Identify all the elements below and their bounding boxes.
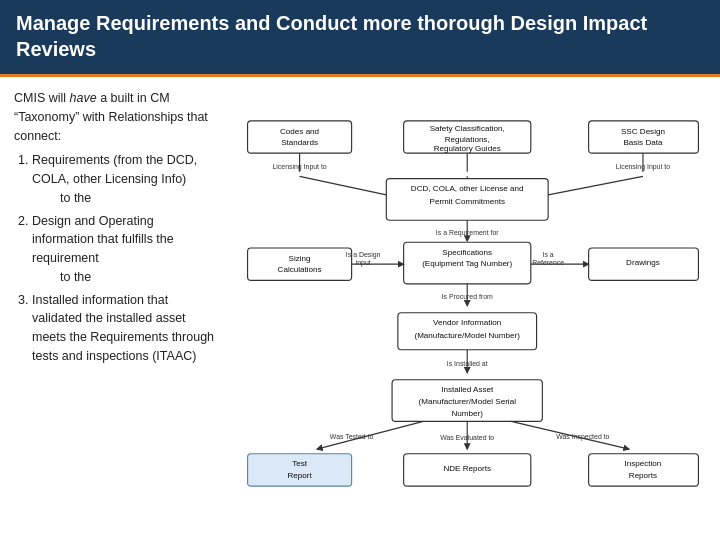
- label-asset2: (Manufacturer/Model Serial: [419, 397, 517, 406]
- label-design-input2: input: [356, 259, 371, 267]
- label-sizing2: Calculations: [278, 265, 322, 274]
- label-inspection2: Reports: [629, 471, 657, 480]
- label-reference: Is a: [543, 251, 554, 258]
- label-specs1: Specifications: [442, 248, 492, 257]
- left-panel: CMIS will have a built in CM “Taxonomy” …: [0, 77, 230, 540]
- page-title: Manage Requirements and Conduct more tho…: [16, 10, 704, 62]
- label-drawings: Drawings: [626, 258, 660, 267]
- list-item-3: Installed information that validated the…: [32, 291, 216, 366]
- label-reference2: Reference: [532, 259, 564, 266]
- label-asset3: Number): [452, 409, 484, 418]
- label-dcd2: Permit Commitments: [430, 197, 505, 206]
- page-header: Manage Requirements and Conduct more tho…: [0, 0, 720, 77]
- label-safety2: Regulations,: [445, 135, 490, 144]
- label-test2: Report: [287, 471, 312, 480]
- label-nde: NDE Reports: [443, 464, 491, 473]
- label-ssc1: SSC Design: [621, 127, 665, 136]
- arrow-ssc-dcd: [548, 176, 643, 194]
- requirements-list: Requirements (from the DCD, COLA, other …: [14, 151, 216, 365]
- label-design-input: Is a Design: [346, 251, 381, 259]
- label-vendor1: Vendor Information: [433, 318, 501, 327]
- label-tested: Was Tested to: [330, 433, 374, 440]
- label-inspection1: Inspection: [625, 459, 662, 468]
- label-vendor2: (Manufacture/Model Number): [414, 331, 520, 340]
- label-sizing1: Sizing: [289, 254, 311, 263]
- main-content: CMIS will have a built in CM “Taxonomy” …: [0, 77, 720, 540]
- intro-text: CMIS will have a built in CM “Taxonomy” …: [14, 89, 216, 145]
- right-panel: Codes and Standards Safety Classificatio…: [230, 77, 720, 540]
- list-item-1: Requirements (from the DCD, COLA, other …: [32, 151, 216, 207]
- label-safety3: Regulatory Guides: [434, 144, 501, 153]
- label-ssc2: Basis Data: [623, 138, 663, 147]
- flowchart-diagram: Codes and Standards Safety Classificatio…: [236, 85, 710, 537]
- label-codes2: Standards: [281, 138, 318, 147]
- label-asset1: Installed Asset: [441, 386, 494, 395]
- label-safety1: Safety Classification,: [430, 124, 505, 133]
- arrow-codes-dcd: [300, 176, 387, 194]
- label-codes: Codes and: [280, 127, 319, 136]
- label-inspected: Was Inspected to: [556, 433, 609, 441]
- list-item-2: Design and Operating information that fu…: [32, 212, 216, 287]
- label-specs2: (Equipment Tag Number): [422, 259, 512, 268]
- label-test1: Test: [292, 459, 308, 468]
- label-dcd1: DCD, COLA, other License and: [411, 184, 524, 193]
